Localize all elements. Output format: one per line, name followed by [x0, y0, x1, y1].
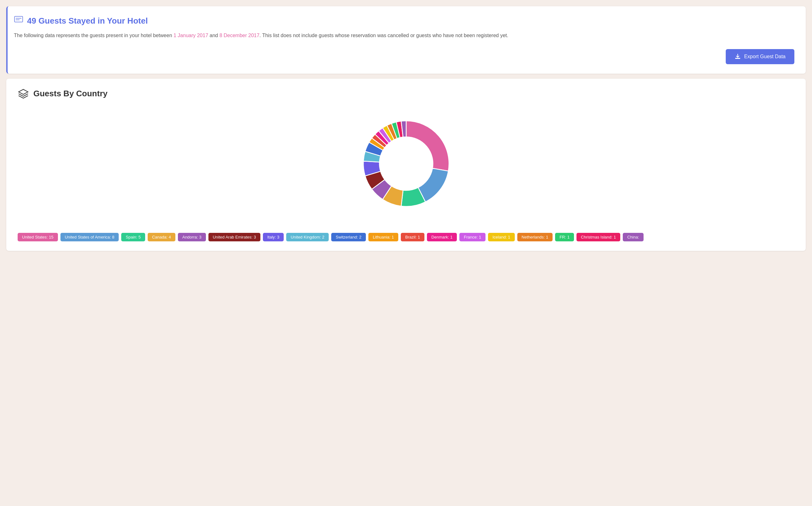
legend-badge: United Kingdom: 2	[286, 233, 329, 241]
country-chart-card: Guests By Country United States: 15Unite…	[6, 79, 806, 251]
legend-badge: United States: 15	[18, 233, 58, 241]
legend-badge: Switzerland: 2	[331, 233, 366, 241]
legend-badge: FR: 1	[555, 233, 574, 241]
legend-badge: China:	[623, 233, 644, 241]
section-title-row: Guests By Country	[18, 88, 794, 99]
legend-badge: Andorra: 3	[178, 233, 206, 241]
export-button[interactable]: Export Guest Data	[726, 49, 794, 64]
legend-badge: Iceland: 1	[488, 233, 514, 241]
description-text: The following data represents the guests…	[14, 31, 794, 39]
page-title: 49 Guests Stayed in Your Hotel	[27, 16, 148, 26]
chart-container	[18, 107, 794, 220]
title-row: 49 Guests Stayed in Your Hotel	[14, 16, 794, 26]
legend-badge: Spain: 5	[121, 233, 145, 241]
export-row: Export Guest Data	[14, 49, 794, 64]
legend-badge: Brazil: 1	[401, 233, 425, 241]
legend-badge: Lithuania: 1	[368, 233, 398, 241]
legend-badge: Netherlands: 1	[517, 233, 553, 241]
legend-badge: France: 1	[459, 233, 486, 241]
legend-badge: Christmas Island: 1	[577, 233, 620, 241]
export-icon	[735, 54, 741, 60]
summary-icon	[14, 16, 23, 26]
section-title: Guests By Country	[33, 89, 108, 98]
svg-rect-0	[14, 16, 23, 22]
legend-badge: United States of America: 8	[61, 233, 119, 241]
legend-badge: Canada: 4	[148, 233, 175, 241]
legend-badge: Denmark: 1	[427, 233, 457, 241]
start-date: 1 January 2017	[173, 33, 208, 38]
svg-point-4	[380, 138, 432, 189]
end-date: 8 December 2017	[219, 33, 260, 38]
legend-badge: United Arab Emirates: 3	[208, 233, 261, 241]
svg-rect-3	[735, 58, 740, 59]
legend-container: United States: 15United States of Americ…	[18, 230, 794, 241]
donut-chart	[353, 110, 460, 217]
layers-icon	[18, 88, 29, 99]
legend-badge: Italy: 3	[263, 233, 284, 241]
summary-card: 49 Guests Stayed in Your Hotel The follo…	[6, 6, 806, 74]
